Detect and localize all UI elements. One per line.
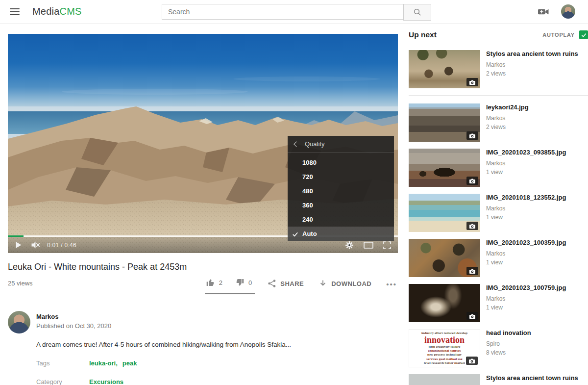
download-icon: [318, 279, 327, 288]
upnext-title: leykaori24.jpg: [486, 103, 529, 111]
upnext-thumbnail: [409, 374, 480, 385]
camera-icon: [469, 79, 476, 85]
logo[interactable]: MediaCMS: [32, 6, 82, 17]
meta-row: 25 views 2 0: [8, 278, 398, 294]
upnext-thumbnail: [409, 50, 480, 88]
up-next-item[interactable]: IMG_20201023_093855.jpg Markos 1 view: [409, 149, 588, 187]
share-label: SHARE: [280, 280, 304, 287]
settings-button[interactable]: [345, 241, 354, 250]
up-next-item[interactable]: IMG_20201023_100359.jpg Markos 1 view: [409, 239, 588, 277]
autoplay-toggle[interactable]: AUTOPLAY: [542, 30, 588, 39]
upnext-views: 1 view: [486, 214, 566, 221]
camera-icon: [469, 223, 476, 229]
upnext-views: 2 views: [486, 70, 578, 77]
upnext-info: IMG_20201018_123552.jpg Markos 1 view: [486, 194, 566, 232]
upnext-views: 2 views: [486, 124, 529, 130]
camera-badge: [466, 131, 478, 140]
up-next-sidebar: Up next AUTOPLAY S: [409, 30, 588, 385]
up-next-item[interactable]: IMG_20201023_100759.jpg Markos 1 view: [409, 284, 588, 322]
autoplay-label: AUTOPLAY: [542, 32, 575, 38]
upnext-title: head inovation: [486, 329, 531, 337]
author-avatar[interactable]: [8, 311, 30, 334]
author-name[interactable]: Markos: [36, 313, 111, 320]
category-link[interactable]: Excursions: [89, 378, 123, 385]
up-next-item[interactable]: Stylos area ancient town ruins: [409, 374, 588, 385]
thumbs-down-icon: [235, 278, 245, 287]
share-button[interactable]: SHARE: [268, 278, 304, 288]
quality-option-480[interactable]: 480: [288, 184, 394, 198]
camera-badge: [466, 267, 478, 275]
download-button[interactable]: DOWNLOAD: [318, 278, 371, 288]
quality-option-240[interactable]: 240: [288, 212, 394, 227]
up-next-item[interactable]: industry effort reduced developinnovatio…: [409, 329, 588, 367]
tag-link-peak[interactable]: peak: [122, 359, 137, 367]
camera-badge: [466, 177, 478, 185]
upnext-author: Markos: [486, 295, 566, 302]
upnext-info: Stylos area ancient town ruins Markos 2 …: [486, 50, 578, 88]
like-count: 2: [219, 279, 222, 286]
theater-mode-button[interactable]: [364, 242, 373, 249]
tags-list: leuka-ori,peak: [89, 359, 142, 367]
check-icon: [581, 32, 587, 38]
upnext-thumbnail: [409, 103, 480, 142]
upnext-title: IMG_20201018_123552.jpg: [486, 194, 566, 202]
autoplay-checkbox[interactable]: [579, 30, 588, 39]
check-icon: [292, 231, 299, 238]
page-title: Leuka Ori - White mountains - Peak at 24…: [8, 262, 398, 272]
up-next-item[interactable]: leykaori24.jpg Markos 2 views: [409, 103, 588, 142]
camera-badge: [466, 312, 478, 320]
upload-media-button[interactable]: [538, 8, 549, 16]
upnext-title: Stylos area ancient town ruins: [486, 374, 578, 382]
top-bar: MediaCMS: [0, 0, 588, 24]
author-row: Markos Published on Oct 30, 2020: [8, 311, 398, 334]
play-button[interactable]: [15, 241, 22, 249]
upnext-thumbnail: [409, 149, 480, 187]
video-player[interactable]: Quality 1080720480360240Auto: [8, 34, 398, 253]
upnext-info: IMG_20201023_100359.jpg Markos 1 view: [486, 239, 566, 277]
theater-mode-icon: [364, 242, 373, 249]
quality-menu-back[interactable]: Quality: [288, 136, 394, 153]
search-button[interactable]: [403, 4, 431, 21]
user-avatar[interactable]: [561, 4, 575, 19]
category-row: Category Excursions: [36, 378, 398, 385]
quality-option-360[interactable]: 360: [288, 198, 394, 212]
mediacms-app: MediaCMS: [0, 0, 588, 385]
camera-icon: [468, 358, 475, 364]
camera-icon: [469, 268, 476, 274]
quality-option-720[interactable]: 720: [288, 170, 394, 184]
up-next-title: Up next: [409, 30, 437, 39]
more-options-button[interactable]: •••: [386, 278, 397, 288]
camera-icon: [469, 178, 476, 184]
fullscreen-button[interactable]: [383, 241, 391, 249]
search-input[interactable]: [162, 4, 403, 20]
quality-option-auto[interactable]: Auto: [288, 227, 394, 241]
camera-icon: [469, 313, 476, 319]
play-icon: [15, 241, 22, 249]
logo-media: Media: [32, 6, 59, 17]
upnext-views: 1 view: [486, 259, 566, 266]
time-display: 0:01 / 0:46: [47, 242, 76, 249]
search-bar: [162, 4, 431, 21]
rating-group: 2 0: [205, 278, 255, 294]
quality-option-1080[interactable]: 1080: [288, 155, 394, 170]
like-button[interactable]: 2: [206, 278, 222, 287]
upnext-info: IMG_20201023_100759.jpg Markos 1 view: [486, 284, 566, 322]
menu-button[interactable]: [10, 8, 20, 15]
camera-badge: [466, 222, 478, 230]
upnext-thumbnail: [409, 284, 480, 322]
tag-link-leuka-ori[interactable]: leuka-ori,: [89, 359, 118, 367]
up-next-item[interactable]: IMG_20201018_123552.jpg Markos 1 view: [409, 194, 588, 232]
category-label: Category: [36, 378, 89, 385]
upnext-title: IMG_20201023_100359.jpg: [486, 239, 566, 247]
upnext-author: Markos: [486, 160, 566, 167]
sidebar-divider: [409, 95, 588, 96]
upnext-author: Markos: [486, 205, 566, 212]
download-label: DOWNLOAD: [331, 280, 371, 287]
up-next-item[interactable]: Stylos area ancient town ruins Markos 2 …: [409, 50, 588, 88]
search-icon: [413, 8, 422, 17]
player-right-controls: [345, 241, 391, 250]
dislike-button[interactable]: 0: [235, 278, 252, 287]
camera-badge: [466, 78, 478, 86]
gear-icon: [345, 241, 354, 250]
mute-button[interactable]: [31, 241, 40, 249]
